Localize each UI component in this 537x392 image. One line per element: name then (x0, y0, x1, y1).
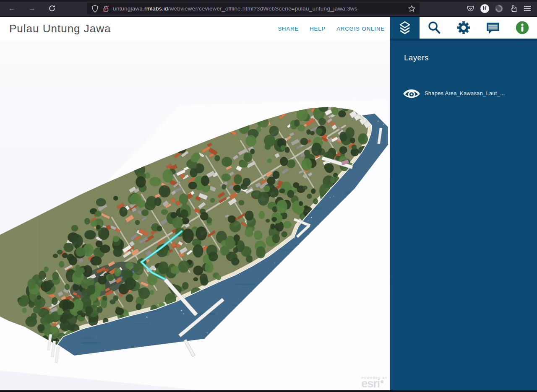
help-link[interactable]: HELP (310, 26, 326, 32)
pocket-button[interactable] (463, 2, 477, 15)
extension-h-button[interactable]: H (477, 2, 492, 15)
url-bar[interactable]: untungjawa.rmlabs.id/webviewer/ceviewer_… (87, 3, 420, 15)
search-button[interactable] (420, 17, 449, 39)
hamburger-icon (524, 5, 531, 11)
info-button[interactable] (508, 17, 537, 39)
insecure-lock-icon[interactable] (102, 5, 109, 13)
window-bottom-edge (0, 390, 537, 392)
info-icon (514, 20, 530, 36)
url-path: /webviewer/ceviewer_offline.html?3dWebSc… (168, 5, 357, 12)
h-badge-icon: H (480, 4, 489, 13)
comment-icon (485, 19, 501, 36)
shield-icon[interactable] (91, 5, 99, 13)
settings-button[interactable] (449, 17, 478, 39)
layers-panel: Layers Shapes Area_Kawasan_Laut_... (390, 41, 537, 390)
viewer-toolbar (390, 17, 537, 41)
app-header: Pulau Untung Jawa SHARE HELP ARCGIS ONLI… (0, 17, 537, 41)
visibility-eye-icon[interactable] (403, 88, 420, 99)
browser-window: ← → untungjawa.rmlabs.id/webviewer/cevie… (0, 0, 537, 392)
layer-row[interactable]: Shapes Area_Kawasan_Laut_... (403, 88, 537, 99)
layers-icon (396, 19, 413, 36)
url-domain: rmlabs.id (144, 5, 168, 12)
share-link[interactable]: SHARE (278, 26, 299, 32)
scene-3d-svg (0, 41, 390, 390)
reload-button[interactable] (46, 3, 58, 14)
bookmark-star-icon[interactable] (408, 5, 415, 12)
scene-3d[interactable]: POWERED BY esri (0, 41, 390, 390)
extensions-button[interactable] (506, 2, 520, 15)
header-links: SHARE HELP ARCGIS ONLINE (278, 17, 385, 41)
tab-strip (0, 0, 537, 2)
comments-button[interactable] (478, 17, 508, 39)
url-prefix: untungjawa. (113, 5, 144, 12)
puzzle-icon (509, 5, 517, 13)
menu-button[interactable] (520, 2, 534, 15)
back-button[interactable]: ← (6, 3, 18, 14)
forward-button[interactable]: → (26, 3, 38, 14)
extension-area: H (463, 2, 537, 15)
layers-panel-title: Layers (404, 53, 537, 62)
browser-chrome: ← → untungjawa.rmlabs.id/webviewer/cevie… (0, 0, 537, 17)
reload-icon (48, 5, 56, 12)
gear-icon (456, 20, 472, 36)
layers-button[interactable] (390, 17, 420, 39)
layer-label: Shapes Area_Kawasan_Laut_... (425, 90, 505, 96)
pocket-icon (467, 5, 474, 13)
extension-swirl-button[interactable] (492, 2, 506, 15)
url-text: untungjawa.rmlabs.id/webviewer/ceviewer_… (113, 5, 408, 12)
swirl-icon (495, 4, 503, 13)
page-title: Pulau Untung Jawa (9, 22, 111, 35)
search-icon (426, 20, 442, 36)
arcgis-online-link[interactable]: ARCGIS ONLINE (336, 26, 385, 32)
